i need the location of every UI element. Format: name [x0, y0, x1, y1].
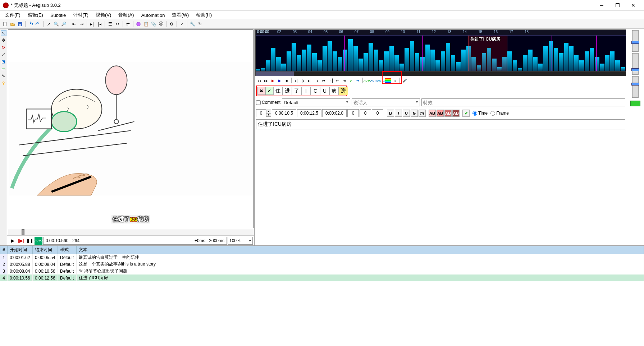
cycle-icon[interactable]: ↻	[196, 20, 204, 28]
redo-icon[interactable]	[35, 20, 42, 28]
tool-scale-icon[interactable]: ⤢	[1, 52, 6, 57]
play-after-end-icon[interactable]: ⎮▸	[314, 77, 320, 84]
commit-icon[interactable]: ✔	[348, 77, 354, 84]
bold-button[interactable]: B	[387, 110, 394, 117]
style-mgr-icon[interactable]	[135, 20, 142, 28]
commit-text-button[interactable]: ✔	[462, 110, 470, 117]
menu-view[interactable]: 查看(W)	[168, 11, 192, 19]
maximize-button[interactable]: ❐	[609, 0, 625, 10]
auto-commit-icon[interactable]: AUTO	[364, 77, 371, 84]
play-before-start-icon[interactable]: ▸|	[293, 77, 300, 84]
auto-next-icon[interactable]: AUTO	[371, 77, 378, 84]
table-row[interactable]: 3 0:00:08.04 0:00:10.56 Default ※ 冯爷爷心脏出…	[0, 268, 644, 275]
snap-end-icon[interactable]: |◂	[96, 20, 103, 28]
menu-help[interactable]: 帮助(H)	[192, 11, 215, 19]
video-zoom-dropdown[interactable]: 100%▾	[228, 237, 253, 245]
color1-button[interactable]: AB	[429, 110, 436, 117]
play-sel-icon[interactable]: ▶	[270, 77, 276, 84]
spellcheck-icon[interactable]: ✓	[178, 20, 186, 28]
leadout-icon[interactable]: ⇥	[341, 77, 347, 84]
audio-hzoom-slider[interactable]	[632, 30, 639, 52]
next-line-icon[interactable]: ▸▸	[263, 77, 269, 84]
menu-automation[interactable]: Automation	[138, 11, 169, 19]
play-line-icon[interactable]: ▶	[277, 77, 283, 84]
close-button[interactable]: ✕	[625, 0, 641, 10]
tool-rotate-xy-icon[interactable]: ⬔	[1, 59, 6, 65]
go-icon[interactable]: ➡	[355, 77, 361, 84]
settings-icon[interactable]: 🔧	[189, 20, 196, 28]
karaoke-syllable[interactable]: C	[311, 87, 320, 95]
frame-mode-radio[interactable]: Frame	[490, 111, 509, 116]
shift-times-icon[interactable]: ⇄	[124, 20, 132, 28]
medusa-icon[interactable]: ⎍	[392, 77, 398, 84]
play-leadout-icon[interactable]: ↦	[320, 77, 327, 84]
effect-field[interactable]	[421, 98, 625, 106]
jump-start-icon[interactable]: ⇤	[70, 20, 78, 28]
karaoke-accept-button[interactable]: ✔	[265, 87, 273, 95]
undo-icon[interactable]	[27, 20, 34, 28]
video-seek-bar[interactable]	[8, 229, 254, 235]
audio-vzoom-slider[interactable]	[632, 53, 639, 75]
menu-file[interactable]: 文件(F)	[1, 11, 24, 19]
karaoke-cancel-button[interactable]: ✖	[257, 87, 265, 95]
comment-checkbox[interactable]: Comment	[256, 100, 280, 105]
menu-subtitle[interactable]: Subtitle	[47, 11, 69, 19]
karaoke-syllable[interactable]: I	[301, 87, 311, 95]
strike-button[interactable]: S	[411, 110, 418, 117]
karaoke-syllable[interactable]: 进	[283, 87, 292, 95]
margin-right-field[interactable]	[360, 109, 371, 117]
leadin-icon[interactable]: ⇤	[334, 77, 341, 84]
menu-edit[interactable]: 编辑(E)	[24, 11, 47, 19]
margin-left-field[interactable]	[347, 109, 359, 117]
auto-scroll-icon[interactable]: AUTO	[378, 77, 384, 84]
underline-button[interactable]: U	[403, 110, 410, 117]
menu-video[interactable]: 视频(V)	[92, 11, 115, 19]
karaoke-syllable[interactable]: 房	[339, 87, 348, 95]
style-dropdown[interactable]	[282, 98, 350, 106]
subtitle-text-editor[interactable]: 住进了ICU病房	[256, 119, 625, 129]
select-visible-icon[interactable]: ☰	[106, 20, 114, 28]
font-button[interactable]: fn	[419, 110, 426, 117]
zoomout-icon[interactable]: 🔎	[60, 20, 67, 28]
audio-hscroll[interactable]	[255, 71, 626, 76]
audio-volume-slider[interactable]	[632, 76, 639, 98]
karaoke-icon[interactable]: 🎤	[401, 77, 408, 84]
properties-icon[interactable]: 📋	[142, 20, 150, 28]
play-line-button[interactable]: [▶]	[17, 237, 25, 245]
tool-drag-icon[interactable]: ✥	[1, 37, 6, 43]
tool-clip-icon[interactable]: ▭	[1, 66, 6, 72]
jump-icon[interactable]: ↗	[45, 20, 52, 28]
video-display[interactable]: 住进了ICU病房	[8, 29, 254, 228]
tool-vector-clip-icon[interactable]: ✎	[1, 73, 6, 79]
spectrum-icon[interactable]	[385, 78, 391, 83]
layer-spinner[interactable]: ▲▼	[256, 109, 271, 117]
table-row[interactable]: 1 0:00:01.62 0:00:05.54 Default 最真诚的告白莫过…	[0, 254, 644, 261]
tool-help-icon[interactable]: ?	[1, 80, 6, 86]
tool-rotate-z-icon[interactable]: ⟳	[1, 45, 6, 50]
color4-button[interactable]: AB	[452, 110, 460, 117]
pause-button[interactable]: ❚❚	[26, 237, 34, 245]
save-icon[interactable]	[17, 20, 24, 28]
subtitle-grid[interactable]: # 开始时间 结束时间 样式 文本 1 0:00:01.62 0:00:05.5…	[0, 245, 644, 346]
play-before-end-icon[interactable]: ▸⎮	[307, 77, 313, 84]
karaoke-syllable[interactable]: 住	[273, 87, 283, 95]
end-time-field[interactable]	[297, 109, 321, 117]
menu-timing[interactable]: 计时(T)	[69, 11, 92, 19]
menu-audio[interactable]: 音频(A)	[115, 11, 137, 19]
karaoke-syllable[interactable]: 病	[329, 87, 339, 95]
margin-vert-field[interactable]	[372, 109, 383, 117]
start-time-field[interactable]	[272, 109, 296, 117]
play-after-start-icon[interactable]: |▸	[300, 77, 306, 84]
link-sliders-button[interactable]	[630, 101, 640, 106]
karaoke-syllable[interactable]: U	[320, 87, 329, 95]
col-text[interactable]: 文本	[77, 246, 644, 254]
prev-line-icon[interactable]: ◂◂	[256, 77, 262, 84]
new-icon[interactable]	[1, 20, 9, 28]
col-end[interactable]: 结束时间	[33, 246, 58, 254]
col-style[interactable]: 样式	[58, 246, 77, 254]
duration-field[interactable]	[322, 109, 347, 117]
table-row[interactable]: 2 0:00:05.88 0:00:08.04 Default 这是一个真实的故…	[0, 261, 644, 268]
snap-scene-icon[interactable]: ✂	[114, 20, 121, 28]
italic-button[interactable]: I	[395, 110, 402, 117]
time-mode-radio[interactable]: Time	[472, 111, 488, 116]
